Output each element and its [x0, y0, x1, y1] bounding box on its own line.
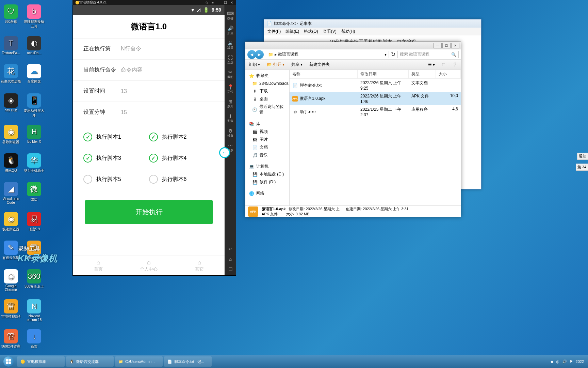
desktop-icon[interactable]: 雷雷电模拟器4	[1, 295, 21, 323]
check-script1[interactable]: 执行脚本1	[83, 126, 149, 148]
desktop-icon[interactable]: b哔哩哔哩投稿工具	[24, 3, 44, 30]
sidebar-btn-screenshot[interactable]: ✂截图	[225, 70, 236, 79]
sidebar-btn-multi[interactable]: ⊞多开	[225, 99, 236, 109]
tree-favorites[interactable]: ⭐收藏夹	[247, 72, 288, 80]
check-script3[interactable]: 执行脚本3	[83, 148, 149, 169]
search-input[interactable]: 搜索 微语言课程 🔍	[397, 51, 459, 58]
emulator-titlebar[interactable]: 🟡 雷电模拟器 4.0.21 ☆ ≡ — ☐ ✕	[72, 0, 236, 5]
tree-computer[interactable]: 💻计算机	[247, 163, 288, 170]
tree-item[interactable]: 🖼图片	[247, 136, 288, 143]
file-list-header[interactable]: 名称 修改日期 类型 大小	[290, 70, 461, 79]
toolbar-open[interactable]: 📂 打开 ▾	[267, 62, 284, 67]
tray-icon[interactable]: ⚑	[570, 359, 573, 364]
desktop-icon[interactable]: HBuilder X	[24, 121, 44, 148]
desktop-icon[interactable]: ◐ocosDa...	[24, 32, 44, 59]
desktop-icon[interactable]: TTexturePa...	[1, 32, 21, 59]
tree-item[interactable]: 🎬视频	[247, 128, 288, 136]
file-row[interactable]: 📄脚本命令.txt 2022/2/26 星期六 上午 9:25 文本文档	[290, 79, 461, 92]
tray-icon[interactable]: ◎	[556, 359, 559, 364]
desktop-icon[interactable]: NNavicat emium 15	[24, 297, 44, 324]
address-bar[interactable]: 📁 ▸ 微语言课程 ▾	[266, 51, 389, 58]
android-recent-icon[interactable]: ☐	[225, 266, 236, 272]
taskbar-item[interactable]: 📄脚本命令.txt - 记...	[164, 356, 212, 367]
notepad-titlebar[interactable]: 📄 脚本命令.txt - 记事本	[264, 19, 481, 28]
check-script2[interactable]: 执行脚本2	[149, 126, 215, 148]
row-set-minute[interactable]: 设置分钟 15	[73, 102, 225, 123]
tree-item[interactable]: 🎵音乐	[247, 151, 288, 159]
sidebar-btn-keys[interactable]: ⌨按键	[225, 11, 236, 21]
taskbar-item[interactable]: 🐧微语言交流群	[66, 356, 114, 367]
refresh-icon[interactable]: ↻	[391, 51, 395, 58]
nav-other[interactable]: ⌂其它	[174, 256, 225, 275]
desktop-icon[interactable]: 360360安全卫士	[24, 265, 44, 293]
taskbar-item[interactable]: 🟡雷电模拟器	[17, 356, 65, 367]
desktop-icon[interactable]: 华华为手机助手	[24, 150, 44, 177]
check-script5[interactable]: 执行脚本5	[83, 169, 149, 190]
desktop-icon[interactable]: ◈nity Hub	[1, 89, 21, 116]
desktop-icon[interactable]: ↓迅雷	[24, 325, 44, 353]
toolbar-share[interactable]: 共享 ▾	[291, 62, 303, 67]
menu-icon[interactable]: ≡	[212, 1, 214, 4]
tray-clock[interactable]: 2022	[576, 359, 584, 364]
minimize-icon[interactable]: —	[217, 1, 220, 4]
android-back-icon[interactable]: ↩	[225, 246, 236, 251]
row-set-hour[interactable]: 设置时间 13	[73, 81, 225, 102]
desktop-icon[interactable]: 花花生代理进版	[1, 60, 21, 88]
tree-item[interactable]: ⬇下载	[247, 87, 288, 95]
sidebar-btn-fullscreen[interactable]: ⛶全屏	[225, 55, 236, 65]
menu-view[interactable]: 查看(V)	[323, 29, 337, 34]
explorer-titlebar[interactable]: — ☐ ✕	[245, 42, 461, 49]
start-execute-button[interactable]: 开始执行	[85, 200, 213, 224]
tray-icon[interactable]: ◆	[551, 359, 553, 364]
tree-network[interactable]: 🌐网络	[247, 189, 288, 197]
taskbar-item[interactable]: 📁C:\Users\Admin...	[115, 356, 163, 367]
desktop-icon[interactable]: 管360软件管家	[1, 325, 21, 353]
nav-forward-button[interactable]: ►	[255, 50, 264, 59]
file-row-selected[interactable]: APK微语言1.0.apk 2022/2/26 星期六 上午 1:46 APK …	[290, 92, 461, 105]
start-button[interactable]	[1, 356, 16, 367]
menu-edit[interactable]: 编辑(E)	[285, 29, 299, 34]
star-icon[interactable]: ☆	[205, 1, 208, 4]
desktop-icon[interactable]: ◢Visual udio Code	[1, 180, 21, 207]
tray-icon[interactable]: 🔊	[562, 359, 567, 364]
desktop-icon[interactable]: 易语言5.9	[24, 208, 44, 235]
check-script6[interactable]: 执行脚本6	[149, 169, 215, 190]
maximize-button[interactable]: ☐	[442, 43, 451, 48]
sidebar-btn-voldown[interactable]: 🔉减量	[225, 40, 236, 50]
sidebar-btn-settings[interactable]: ⚙设置	[225, 128, 236, 138]
tree-item[interactable]: 💾软件 (D:)	[247, 178, 288, 186]
menu-format[interactable]: 格式(O)	[304, 29, 318, 34]
desktop-icon[interactable]: ◉Google Chrome	[1, 267, 21, 294]
help-icon[interactable]: ❔	[452, 62, 457, 67]
android-home-icon[interactable]: ⌂	[225, 256, 236, 262]
close-button[interactable]: ✕	[451, 43, 459, 48]
menu-file[interactable]: 文件(F)	[267, 29, 281, 34]
sidebar-btn-volup[interactable]: 🔊加里	[225, 26, 236, 35]
desktop-icon[interactable]: ◉极速浏览器	[1, 208, 21, 235]
check-script4[interactable]: 执行脚本4	[149, 148, 215, 169]
preview-icon[interactable]: ☐	[442, 62, 445, 67]
tree-item[interactable]: 💾本地磁盘 (C:)	[247, 170, 288, 178]
system-tray[interactable]: ◆ ◎ 🔊 ⚑ 2022	[551, 359, 587, 364]
tree-libraries[interactable]: 📚库	[247, 120, 288, 128]
desktop-icon[interactable]: 📱麦思动投屏大师	[24, 92, 44, 119]
desktop-icon[interactable]: ☁百度网盘	[24, 60, 44, 88]
toolbar-newfolder[interactable]: 新建文件夹	[309, 62, 330, 67]
minimize-button[interactable]: —	[434, 43, 442, 48]
file-row[interactable]: ⚙助手.exe 2022/1/25 星期二 下午 2:37 应用程序 4,6	[290, 105, 461, 119]
view-options-icon[interactable]: ☰ ▾	[428, 62, 435, 67]
desktop-icon[interactable]: 🛡360杀毒	[1, 1, 21, 28]
menu-help[interactable]: 帮助(H)	[341, 29, 355, 34]
nav-home[interactable]: ⌂首页	[73, 256, 124, 275]
close-icon[interactable]: ✕	[230, 1, 233, 4]
tree-item[interactable]: 🕘最近访问的位置	[247, 103, 288, 117]
maximize-icon[interactable]: ☐	[224, 1, 227, 4]
floating-action-button[interactable]: ←	[219, 147, 230, 158]
sidebar-btn-install[interactable]: ⬇安装	[225, 113, 236, 123]
desktop-icon[interactable]: 微微信	[24, 178, 44, 205]
tree-item[interactable]: 📁2345Downloads	[247, 80, 288, 87]
sidebar-btn-location[interactable]: 📍定位	[225, 84, 236, 94]
desktop-icon[interactable]: ◉谷歌浏览器	[1, 121, 21, 148]
toolbar-organize[interactable]: 组织 ▾	[249, 62, 260, 67]
tree-item[interactable]: 🖥桌面	[247, 95, 288, 103]
